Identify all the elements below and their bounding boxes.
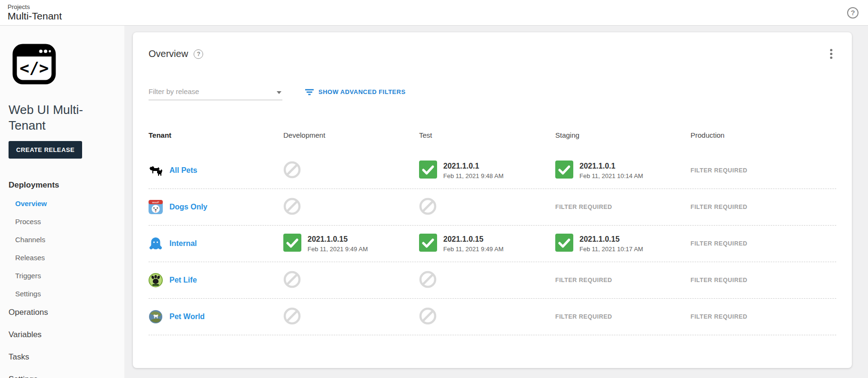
deployment-date: Feb 11, 2021 10:14 AM <box>579 172 643 180</box>
sidebar-nav: DeploymentsOverviewProcessChannelsReleas… <box>9 180 120 378</box>
deployment-blocked-cell <box>283 271 419 290</box>
sidebar-item-overview[interactable]: Overview <box>15 199 120 208</box>
green-check-icon <box>419 234 437 254</box>
release-version: 2021.1.0.15 <box>308 235 368 244</box>
filter-required-label: FILTER REQUIRED <box>691 167 747 174</box>
filter-required-label: FILTER REQUIRED <box>555 277 612 284</box>
page-title: Multi-Tenant <box>8 10 62 22</box>
blocked-icon <box>419 307 437 327</box>
paw-print-icon <box>149 273 163 287</box>
table-header: TenantDevelopmentTestStagingProduction <box>149 130 836 140</box>
sidebar-item-process[interactable]: Process <box>15 217 120 226</box>
release-filter-input[interactable] <box>149 84 282 100</box>
sidebar-item-deployments[interactable]: Deployments <box>9 180 120 190</box>
filter-required-cell: FILTER REQUIRED <box>555 277 691 284</box>
blocked-icon <box>419 198 437 217</box>
blocked-icon <box>283 271 301 290</box>
sidebar-item-releases[interactable]: Releases <box>15 254 120 262</box>
filter-required-label: FILTER REQUIRED <box>691 277 747 284</box>
deployment-blocked-cell <box>283 198 419 217</box>
deployment-success-cell[interactable]: 2021.1.0.15Feb 11, 2021 10:17 AM <box>555 234 691 254</box>
deployment-blocked-cell <box>283 161 419 180</box>
sidebar-item-triggers[interactable]: Triggers <box>15 272 120 280</box>
filter-required-cell: FILTER REQUIRED <box>555 313 691 320</box>
deployment-success-cell[interactable]: 2021.1.0.15Feb 11, 2021 9:49 AM <box>283 234 419 254</box>
filter-required-cell: FILTER REQUIRED <box>691 313 836 320</box>
filter-required-cell: FILTER REQUIRED <box>691 277 836 284</box>
overview-card: Overview ? SHOW ADVANCED FILTERS <box>133 32 852 368</box>
filter-required-cell: FILTER REQUIRED <box>691 204 836 210</box>
svg-text:</>: </> <box>19 58 48 77</box>
sidebar-item-operations[interactable]: Operations <box>9 308 120 317</box>
filter-required-label: FILTER REQUIRED <box>555 313 612 320</box>
filter-icon <box>305 89 314 95</box>
tenant-link[interactable]: Dogs Only <box>169 203 207 211</box>
deployment-blocked-cell <box>419 307 555 327</box>
sidebar-item-settings[interactable]: Settings <box>9 375 120 378</box>
breadcrumb[interactable]: Projects <box>8 3 62 10</box>
project-sidebar: </> Web UI Multi-Tenant CREATE RELEASE D… <box>0 26 124 378</box>
deployment-blocked-cell <box>283 307 419 327</box>
dog-face-icon: woof! <box>149 200 163 214</box>
tenant-link[interactable]: Internal <box>169 239 197 248</box>
svg-text:woof!: woof! <box>152 201 159 204</box>
blocked-icon <box>283 307 301 327</box>
release-version: 2021.1.0.1 <box>443 161 504 171</box>
sidebar-item-tasks[interactable]: Tasks <box>9 352 120 362</box>
show-advanced-filters-button[interactable]: SHOW ADVANCED FILTERS <box>305 88 406 100</box>
tenant-link[interactable]: All Pets <box>169 166 197 175</box>
green-check-icon <box>419 161 437 180</box>
create-release-button[interactable]: CREATE RELEASE <box>9 141 82 159</box>
green-check-icon <box>555 161 573 180</box>
tenant-table: All Pets2021.1.0.1Feb 11, 2021 9:48 AM20… <box>149 152 836 335</box>
green-check-icon <box>555 234 573 254</box>
tenant-link[interactable]: Pet Life <box>169 276 197 284</box>
release-filter-dropdown[interactable] <box>149 84 282 100</box>
table-row: woof!Dogs OnlyFILTER REQUIREDFILTER REQU… <box>149 189 836 226</box>
chevron-down-icon <box>277 91 281 94</box>
filter-required-label: FILTER REQUIRED <box>555 204 612 210</box>
release-version: 2021.1.0.1 <box>579 161 643 171</box>
column-header-staging: Staging <box>555 131 691 139</box>
deployment-blocked-cell <box>419 271 555 290</box>
blocked-icon <box>283 198 301 217</box>
top-bar: Projects Multi-Tenant ? <box>0 0 868 26</box>
code-window-icon: </> <box>10 39 58 88</box>
column-header-development: Development <box>283 131 419 139</box>
blocked-icon <box>283 161 301 180</box>
help-icon[interactable]: ? <box>847 7 859 19</box>
column-header-tenant: Tenant <box>149 131 283 139</box>
green-check-icon <box>283 234 301 254</box>
tenant-link[interactable]: Pet World <box>169 312 205 321</box>
filter-required-label: FILTER REQUIRED <box>691 204 747 210</box>
table-row: Pet WorldFILTER REQUIREDFILTER REQUIRED <box>149 299 836 335</box>
release-version: 2021.1.0.15 <box>443 235 504 244</box>
column-header-test: Test <box>419 131 555 139</box>
deployment-blocked-cell <box>419 198 555 217</box>
deployment-success-cell[interactable]: 2021.1.0.1Feb 11, 2021 9:48 AM <box>419 161 555 180</box>
overview-help-icon[interactable]: ? <box>194 49 203 59</box>
deployment-success-cell[interactable]: 2021.1.0.1Feb 11, 2021 10:14 AM <box>555 161 691 180</box>
octopus-icon <box>149 236 163 251</box>
main-area: Overview ? SHOW ADVANCED FILTERS <box>124 26 868 378</box>
table-row: Internal2021.1.0.15Feb 11, 2021 9:49 AM2… <box>149 226 836 262</box>
sidebar-item-channels[interactable]: Channels <box>15 236 120 244</box>
advanced-filters-label: SHOW ADVANCED FILTERS <box>318 88 406 95</box>
release-version: 2021.1.0.15 <box>579 235 643 244</box>
table-row: All Pets2021.1.0.1Feb 11, 2021 9:48 AM20… <box>149 152 836 189</box>
card-title: Overview <box>149 48 188 59</box>
globe-dog-icon <box>149 310 163 324</box>
dog-and-cat-icon <box>149 163 163 178</box>
deployment-success-cell[interactable]: 2021.1.0.15Feb 11, 2021 9:49 AM <box>419 234 555 254</box>
table-row: Pet LifeFILTER REQUIREDFILTER REQUIRED <box>149 262 836 299</box>
kebab-menu-icon[interactable] <box>826 48 836 60</box>
filter-required-label: FILTER REQUIRED <box>691 240 747 247</box>
project-name: Web UI Multi-Tenant <box>9 102 108 133</box>
deployment-date: Feb 11, 2021 9:48 AM <box>443 172 504 180</box>
deployment-date: Feb 11, 2021 9:49 AM <box>443 245 504 253</box>
filter-required-cell: FILTER REQUIRED <box>691 167 836 174</box>
deployment-date: Feb 11, 2021 10:17 AM <box>579 245 643 253</box>
blocked-icon <box>419 271 437 290</box>
sidebar-item-settings[interactable]: Settings <box>15 290 120 298</box>
sidebar-item-variables[interactable]: Variables <box>9 330 120 340</box>
